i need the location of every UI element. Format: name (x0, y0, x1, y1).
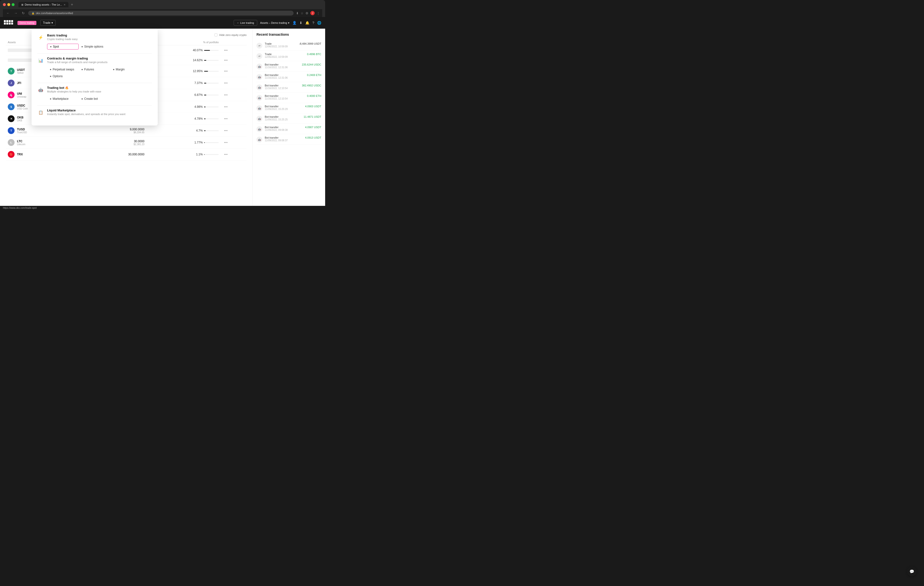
close-button[interactable] (3, 3, 6, 6)
progress-fill (204, 142, 205, 143)
profile-icon[interactable]: J (310, 11, 315, 15)
margin-item[interactable]: Margin (110, 67, 142, 72)
tab-close-icon[interactable]: ✕ (64, 3, 66, 6)
more-button[interactable]: ••• (223, 81, 229, 86)
transactions-panel: Recent transactions ⇄ Trade 12/06/2022, … (252, 29, 325, 206)
url-text: okx.com/balance/assets/unified (36, 12, 73, 15)
bell-icon[interactable]: 🔔 (305, 21, 309, 25)
marketplace-item[interactable]: Marketplace (47, 96, 79, 101)
help-icon[interactable]: ? (312, 21, 314, 25)
more-actions-cell: ••• (221, 45, 246, 55)
asset-fullname: TrueUSD (17, 131, 27, 134)
tx-type: Trade (265, 53, 305, 56)
tab-bar: ⊞ Demo trading assets - The Le... ✕ + (18, 2, 74, 7)
divider (37, 53, 152, 54)
asset-ticker: LTC (17, 139, 25, 143)
amount-cell: 9,000.0000 $6,334.65 (88, 125, 146, 137)
svg-rect-4 (9, 20, 11, 22)
address-bar-row: ← → ↻ 🔒 okx.com/balance/assets/unified ⬇… (3, 9, 322, 17)
asset-name-cell: 🔴 TRX (6, 149, 88, 161)
create-bot-item[interactable]: Create bot (79, 96, 110, 101)
futures-item[interactable]: Futures (79, 67, 110, 72)
svg-rect-10 (11, 22, 11, 23)
minimize-button[interactable] (7, 3, 10, 6)
user-icon[interactable]: 👤 (292, 21, 297, 25)
back-button[interactable]: ← (5, 11, 11, 15)
hide-zero-checkbox[interactable] (214, 33, 218, 36)
tx-date: 12/06/2022, 10:59:09 (265, 56, 305, 58)
progress-fill (204, 118, 206, 119)
more-button[interactable]: ••• (223, 140, 229, 145)
trading-bot-section: 🤖 Trading bot 🔥 Multiple strategies to h… (37, 86, 152, 101)
asset-ticker: UNI (17, 92, 26, 95)
tx-amount: 0.4996 BTC (307, 53, 321, 56)
header: Demo trading Trade ▾ ← Live trading Asse… (0, 17, 325, 29)
tx-icon: ⇄ (256, 43, 262, 48)
download-icon[interactable]: ⬇ (299, 21, 302, 25)
more-actions-cell: ••• (221, 77, 246, 89)
tx-type: Bot transfer (265, 136, 303, 139)
options-item[interactable]: Options (47, 74, 79, 79)
asset-name-cell: Ł LTC Litecoin (6, 137, 88, 149)
menu-icon[interactable]: ⋮ (317, 12, 320, 15)
asset-fullname: OKB (17, 119, 23, 122)
perpetual-swaps-item[interactable]: Perpetual swaps (47, 67, 79, 72)
asset-icon: T (8, 68, 15, 74)
tx-icon: 🤖 (256, 137, 262, 142)
reload-button[interactable]: ↻ (21, 11, 26, 15)
address-bar[interactable]: 🔒 okx.com/balance/assets/unified (28, 11, 294, 15)
more-button[interactable]: ••• (223, 48, 229, 53)
tx-icon: 🤖 (256, 126, 262, 132)
amount-cell: 30,000.0000 (88, 149, 146, 161)
progress-fill (204, 130, 206, 131)
more-actions-cell: ••• (221, 65, 246, 77)
spot-item[interactable]: Spot (47, 44, 79, 50)
portfolio-pct: 4.7% (196, 129, 203, 132)
transactions-list: ⇄ Trade 12/06/2022, 10:59:09 -8,484.3999… (256, 40, 321, 145)
more-button[interactable]: ••• (223, 93, 229, 97)
trade-button[interactable]: Trade ▾ (40, 20, 56, 26)
browser-chrome: ⊞ Demo trading assets - The Le... ✕ + ← … (0, 0, 325, 17)
more-button[interactable]: ••• (223, 58, 229, 63)
list-item: 🤖 Bot transfer 11/16/2022, 12:31:06 235.… (256, 61, 321, 71)
svg-rect-5 (9, 23, 11, 25)
active-tab[interactable]: ⊞ Demo trading assets - The Le... ✕ (18, 2, 68, 7)
asset-fullname: USD Coin (17, 107, 28, 110)
assets-demo-button[interactable]: Assets – Demo trading ▾ (260, 22, 289, 25)
tx-date: 11/09/2022, 09:08:37 (265, 139, 303, 142)
progress-bar (204, 95, 219, 95)
tx-date: 11/09/2022, 09:08:38 (265, 129, 303, 131)
trading-bot-title: Trading bot 🔥 (47, 86, 101, 89)
more-button[interactable]: ••• (223, 104, 229, 109)
progress-bar (204, 118, 219, 119)
more-button[interactable]: ••• (223, 116, 229, 121)
more-button[interactable]: ••• (223, 152, 229, 157)
list-item: 🤖 Bot transfer 11/09/2022, 15:25:25 11.4… (256, 113, 321, 124)
list-item: 🤖 Bot transfer 11/09/2022, 09:08:38 4.09… (256, 124, 321, 134)
extension-icon[interactable]: ⚙ (305, 12, 309, 15)
new-tab-button[interactable]: + (69, 2, 74, 7)
tx-icon: 🤖 (256, 74, 262, 80)
app: Demo trading Trade ▾ ← Live trading Asse… (0, 17, 325, 210)
more-actions-cell: ••• (221, 101, 246, 113)
asset-ticker: TUSD (17, 128, 27, 131)
more-button[interactable]: ••• (223, 69, 229, 74)
basic-trading-items: Spot Simple options (47, 44, 152, 50)
maximize-button[interactable] (12, 3, 15, 6)
live-trading-button[interactable]: ← Live trading (234, 20, 257, 26)
portfolio-pct: 1.1% (196, 153, 203, 156)
bookmark-icon[interactable]: ☆ (300, 12, 304, 15)
simple-options-item[interactable]: Simple options (79, 44, 110, 50)
lock-icon: 🔒 (31, 12, 35, 15)
tx-type: Bot transfer (265, 74, 305, 76)
chevron-down-icon: ▾ (51, 21, 53, 25)
svg-rect-8 (6, 22, 6, 23)
asset-icon: T (8, 127, 15, 134)
logo (4, 20, 13, 25)
svg-rect-7 (11, 23, 13, 25)
globe-icon[interactable]: 🌐 (317, 21, 321, 25)
download-icon[interactable]: ⬇ (296, 12, 299, 15)
forward-button[interactable]: → (13, 11, 18, 15)
header-right: ← Live trading Assets – Demo trading ▾ 👤… (234, 20, 321, 26)
more-button[interactable]: ••• (223, 128, 229, 133)
